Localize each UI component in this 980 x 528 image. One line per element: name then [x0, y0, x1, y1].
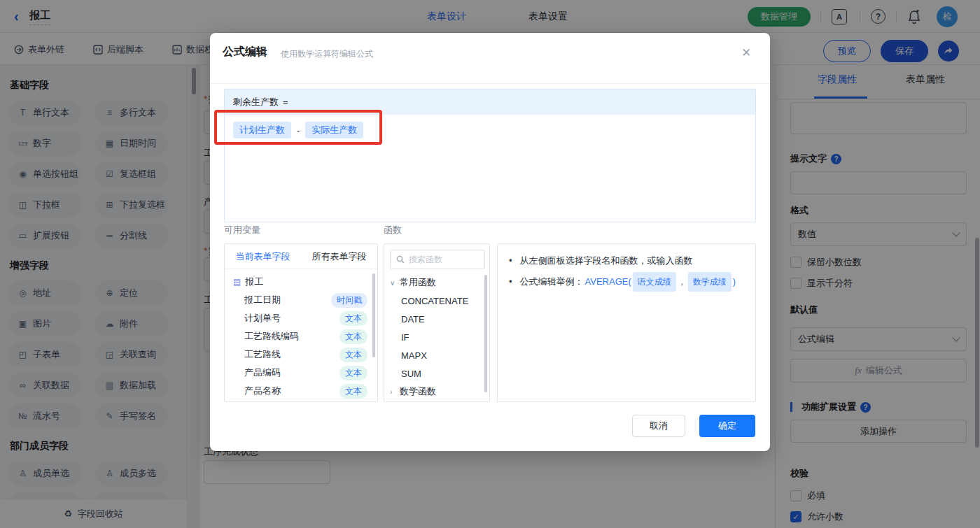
- variable-name: 计划单号: [244, 312, 340, 324]
- variable-type-badge: 时间戳: [331, 293, 368, 308]
- variable-item[interactable]: 产品编码文本: [225, 364, 377, 382]
- functions-label: 函数: [384, 224, 402, 236]
- variables-label: 可用变量: [224, 224, 260, 236]
- variable-type-badge: 文本: [340, 348, 368, 362]
- function-item[interactable]: SUM: [384, 364, 489, 383]
- example-chip: 语文成绩: [633, 272, 676, 292]
- example-chip: 数学成绩: [688, 272, 732, 292]
- close-icon[interactable]: ✕: [736, 43, 756, 62]
- chevron-right-icon: ›: [390, 388, 400, 396]
- function-group[interactable]: ∨常用函数: [384, 273, 489, 292]
- form-doc-icon: ▤: [233, 277, 241, 287]
- chevron-down-icon: ∨: [390, 279, 400, 287]
- variable-item[interactable]: 工艺路线编码文本: [225, 327, 377, 345]
- function-item[interactable]: MAPX: [384, 346, 489, 364]
- help-line-2: • 公式编辑举例： AVERAGE( 语文成绩 ， 数学成绩 ): [509, 272, 744, 292]
- variable-type-badge: 文本: [340, 366, 368, 380]
- variable-type-badge: 文本: [340, 329, 368, 344]
- variable-name: 工艺路线编码: [244, 330, 340, 343]
- result-field-name: 剩余生产数: [233, 96, 279, 108]
- search-icon: [396, 255, 405, 264]
- dialog-subtitle: 使用数学运算符编辑公式: [281, 48, 373, 60]
- variable-name: 报工日期: [244, 294, 331, 306]
- list-scrollbar[interactable]: [372, 273, 375, 357]
- formula-editor-area[interactable]: 剩余生产数 = 计划生产数 - 实际生产数: [224, 89, 756, 222]
- variable-tree-root[interactable]: ▤报工: [225, 273, 377, 291]
- formula-help-panel: •从左侧面板选择字段名和函数，或输入函数 • 公式编辑举例： AVERAGE( …: [497, 243, 756, 402]
- dialog-title: 公式编辑: [223, 45, 267, 59]
- function-group[interactable]: ›数学函数: [384, 383, 489, 401]
- variable-name: 产品名称: [244, 385, 340, 397]
- variables-panel: 当前表单字段 所有表单字段 ▤报工报工日期时间戳计划单号文本工艺路线编码文本工艺…: [224, 243, 378, 402]
- variables-list: ▤报工报工日期时间戳计划单号文本工艺路线编码文本工艺路线文本产品编码文本产品名称…: [225, 269, 377, 400]
- variable-type-badge: 文本: [340, 311, 368, 326]
- annotation-highlight-box: [214, 110, 382, 145]
- function-group[interactable]: ›文本函数: [384, 401, 489, 402]
- variable-item[interactable]: 产品名称文本: [225, 382, 377, 400]
- functions-panel: 搜索函数 ∨常用函数CONCATENATEDATEIFMAPXSUM›数学函数›…: [384, 243, 490, 402]
- variable-name: 工艺路线: [244, 348, 340, 361]
- variable-item[interactable]: 计划单号文本: [225, 309, 377, 327]
- cancel-button[interactable]: 取消: [632, 415, 685, 437]
- tab-all-form-fields[interactable]: 所有表单字段: [301, 250, 377, 263]
- list-scrollbar[interactable]: [484, 275, 487, 392]
- function-item[interactable]: CONCATENATE: [384, 292, 489, 310]
- variable-type-badge: 文本: [340, 384, 368, 399]
- tab-current-form-fields[interactable]: 当前表单字段: [225, 250, 301, 263]
- variables-tabs: 当前表单字段 所有表单字段: [225, 244, 377, 269]
- help-line-1: •从左侧面板选择字段名和函数，或输入函数: [509, 252, 744, 269]
- equals-sign: =: [283, 97, 288, 108]
- function-item[interactable]: IF: [384, 328, 489, 346]
- variable-item[interactable]: 工艺路线文本: [225, 345, 377, 364]
- confirm-button[interactable]: 确定: [699, 415, 755, 437]
- form-designer-app: ‹ 报工 表单设计 表单设置 数据管理 A ? 检 表单外链: [0, 0, 980, 528]
- function-search-input[interactable]: 搜索函数: [390, 250, 485, 269]
- search-placeholder: 搜索函数: [409, 254, 442, 266]
- divider: [210, 83, 770, 84]
- variable-item[interactable]: 报工日期时间戳: [225, 291, 377, 309]
- function-item[interactable]: DATE: [384, 310, 489, 328]
- formula-editor-dialog: 公式编辑 使用数学运算符编辑公式 ✕ 剩余生产数 = 计划生产数 - 实际生产数…: [210, 33, 770, 451]
- variable-name: 产品编码: [244, 366, 340, 379]
